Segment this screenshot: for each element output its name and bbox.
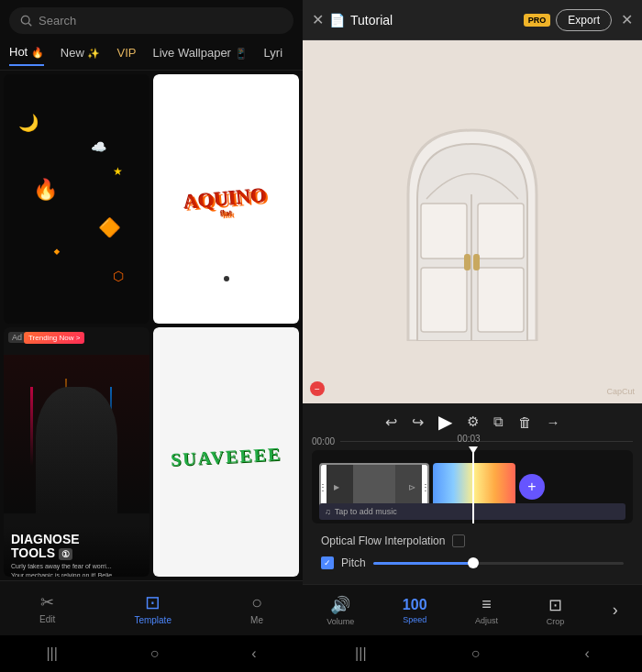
sys-nav-left: ||| ○ ‹ xyxy=(0,635,303,672)
optical-flow-label: Optical Flow Interpolation xyxy=(321,534,445,547)
pitch-thumb[interactable] xyxy=(468,557,479,568)
pitch-slider[interactable] xyxy=(373,562,624,565)
tab-vip[interactable]: VIP xyxy=(116,46,136,65)
speed-label: Speed xyxy=(403,615,426,624)
toolbar-more[interactable]: › xyxy=(613,600,618,620)
bottom-nav-left: ✂ Edit ⊡ Template ○ Me xyxy=(0,580,303,635)
crop-label: Crop xyxy=(547,617,565,626)
handle-left-icon: ⋮ xyxy=(319,482,327,492)
remove-badge[interactable]: − xyxy=(310,381,325,396)
right-panel: ✕ 📄 Tutorial PRO Export ✕ xyxy=(303,0,642,635)
playback-controls: ↩ ↪ ▶ ⚙ ⧉ 🗑 → xyxy=(312,411,633,433)
export-button[interactable]: Export xyxy=(556,9,612,31)
suave-text: SUAVEEEE xyxy=(170,444,282,470)
card3-content: DIAGNOSETOOLS ① Curly takes away the fea… xyxy=(4,525,149,577)
door-svg xyxy=(381,103,564,341)
bottom-system-bar: ||| ○ ‹ ||| ○ ‹ xyxy=(0,635,642,672)
rp-header: ✕ 📄 Tutorial PRO Export ✕ xyxy=(303,0,642,40)
preview-area: CapCut − xyxy=(303,40,642,403)
svg-line-1 xyxy=(28,23,31,26)
undo-button[interactable]: ↩ xyxy=(385,413,397,431)
me-icon: ○ xyxy=(251,592,262,613)
play-button[interactable]: ▶ xyxy=(438,411,452,433)
optical-flow-row: Optical Flow Interpolation xyxy=(312,531,633,551)
add-clip-button[interactable]: + xyxy=(519,474,545,500)
pro-badge: PRO xyxy=(524,14,551,27)
svg-rect-5 xyxy=(478,204,524,259)
template-card-2[interactable]: AQUINOflat Plantilla Bienvenida angel_ed… xyxy=(153,74,299,324)
tab-live-wallpaper[interactable]: Live Wallpaper 📱 xyxy=(152,46,247,65)
more-icon[interactable]: → xyxy=(547,414,560,430)
close-button[interactable]: ✕ xyxy=(312,11,324,28)
editor-title: Tutorial xyxy=(350,13,518,28)
search-bar[interactable]: Search xyxy=(9,7,293,34)
toolbar-volume[interactable]: 🔊 Volume xyxy=(327,595,354,626)
sys-bars-icon-r[interactable]: ||| xyxy=(355,645,366,662)
left-panel: Search Hot 🔥 New ✨ VIP Live Wallpaper 📱 … xyxy=(0,0,303,635)
thumb-grid: 🌙 ☁️ 🔥 🔶 🔸 ⬡ ★ Disco Trance Edit🎶🌙 hamst… xyxy=(0,71,303,580)
pitch-checkbox[interactable]: ✓ xyxy=(321,556,334,569)
time-start: 00:00 xyxy=(312,436,335,446)
playhead xyxy=(472,450,474,523)
svg-rect-9 xyxy=(473,254,480,270)
sys-home-icon[interactable]: ○ xyxy=(150,645,160,662)
card3-desc: Curly takes away the fear of worri...You… xyxy=(11,562,142,577)
music-note-icon: ♫ xyxy=(325,507,331,516)
template-card-4[interactable]: SUAVEEEE Suavecool😎 romance_anita_xsp xyxy=(153,327,299,577)
volume-icon: 🔊 xyxy=(330,595,350,615)
scissors-icon: ✂ xyxy=(40,592,54,612)
settings-icon[interactable]: ⚙ xyxy=(467,413,479,430)
tab-hot[interactable]: Hot 🔥 xyxy=(9,45,44,66)
toolbar-speed[interactable]: 100 Speed xyxy=(403,597,427,624)
time-mid: 00:03 xyxy=(458,434,481,444)
redo-button[interactable]: ↪ xyxy=(412,413,424,431)
time-labels: 00:00 00:03 xyxy=(312,436,633,446)
sys-home-icon-r[interactable]: ○ xyxy=(471,645,481,662)
tabs-row: Hot 🔥 New ✨ VIP Live Wallpaper 📱 Lyri xyxy=(0,41,303,71)
optical-flow-checkbox[interactable] xyxy=(452,534,465,547)
sys-back-icon[interactable]: ‹ xyxy=(251,645,256,662)
svg-point-0 xyxy=(21,16,29,24)
copy-icon[interactable]: ⧉ xyxy=(493,413,504,430)
sys-back-icon-r[interactable]: ‹ xyxy=(585,645,590,662)
pitch-row: ✓ Pitch xyxy=(312,553,633,573)
aquino-text: AQUINOflat xyxy=(183,184,269,223)
pitch-label: Pitch xyxy=(341,556,366,569)
sys-nav-right: ||| ○ ‹ xyxy=(303,635,642,672)
handle-right-icon: ⋮ xyxy=(421,482,429,492)
nav-template[interactable]: ⊡ Template xyxy=(134,591,172,625)
diagnose-title: DIAGNOSETOOLS ① xyxy=(11,533,142,561)
svg-rect-3 xyxy=(421,204,467,259)
tab-lyric[interactable]: Lyri xyxy=(264,46,282,65)
timeline-controls: ↩ ↪ ▶ ⚙ ⧉ 🗑 → 00:00 00:03 ⋮ xyxy=(303,403,642,584)
sys-bars-icon[interactable]: ||| xyxy=(46,645,57,662)
volume-label: Volume xyxy=(327,617,354,626)
svg-rect-6 xyxy=(478,268,524,332)
music-label: Tap to add music xyxy=(335,507,397,516)
watermark: CapCut xyxy=(606,387,635,396)
trending-badge: Trending Now > xyxy=(24,332,84,344)
door-preview xyxy=(381,103,564,341)
speed-value: 100 xyxy=(403,597,427,613)
nav-me[interactable]: ○ Me xyxy=(250,592,263,625)
template-card-3[interactable]: Ad Trending Now > xyxy=(4,327,149,577)
chevron-right-icon: › xyxy=(613,600,618,620)
clip-handle-left[interactable]: ⋮ xyxy=(319,465,327,509)
document-icon: 📄 xyxy=(329,13,345,28)
dismiss-button[interactable]: ✕ xyxy=(621,11,633,28)
template-icon: ⊡ xyxy=(145,591,160,613)
clip-handle-right[interactable]: ⋮ xyxy=(422,465,429,509)
crop-icon: ⊡ xyxy=(548,595,562,615)
toolbar-adjust[interactable]: ≡ Adjust xyxy=(475,595,498,625)
svg-rect-8 xyxy=(464,254,470,270)
tab-new[interactable]: New ✨ xyxy=(61,46,101,65)
nav-edit[interactable]: ✂ Edit xyxy=(39,592,55,624)
search-placeholder: Search xyxy=(39,14,76,28)
template-card-1[interactable]: 🌙 ☁️ 🔥 🔶 🔸 ⬡ ★ Disco Trance Edit🎶🌙 hamst… xyxy=(4,74,149,324)
adjust-icon: ≡ xyxy=(482,595,492,614)
toolbar-crop[interactable]: ⊡ Crop xyxy=(547,595,565,626)
delete-icon[interactable]: 🗑 xyxy=(518,414,532,430)
rp-toolbar: 🔊 Volume 100 Speed ≡ Adjust ⊡ Crop › xyxy=(303,584,642,635)
timeline-track: ⋮ ▶ ⊳ ⋮ xyxy=(312,450,633,523)
search-icon xyxy=(20,15,33,28)
